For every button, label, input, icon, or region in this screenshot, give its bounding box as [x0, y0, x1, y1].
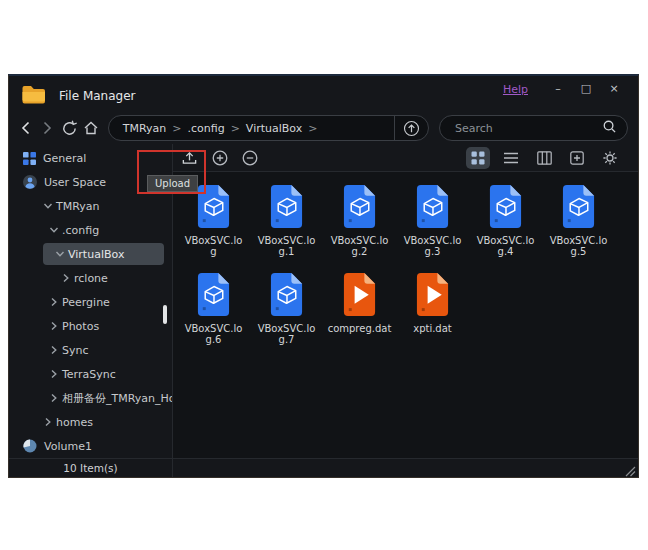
column-view-button[interactable] [532, 147, 556, 169]
grid-view-button[interactable] [466, 147, 490, 169]
file-name: VBoxSVC.log.5 [550, 235, 608, 257]
sidebar-item-label: User Space [44, 176, 106, 189]
sidebar-item-homes[interactable]: homes [9, 410, 172, 434]
sidebar-item-label: TMRyan [56, 200, 99, 213]
file-tile-vboxsvc-log-4[interactable]: VBoxSVC.log.4 [469, 182, 542, 270]
breadcrumb[interactable]: TMRyan>.config>VirtualBox> [108, 115, 429, 141]
main-panel: VBoxSVC.logVBoxSVC.log.1VBoxSVC.log.2VBo… [172, 144, 638, 459]
sidebar-item-tmryan[interactable]: TMRyan [9, 194, 172, 218]
sidebar-item-tmryan-ho[interactable]: 相册备份_TMRyan_Ho [9, 386, 172, 410]
go-up-button[interactable] [394, 116, 428, 140]
home-button[interactable] [80, 115, 102, 141]
file-name: VBoxSVC.log.1 [258, 235, 316, 257]
sidebar-item-rclone[interactable]: rclone [9, 266, 172, 290]
breadcrumb-item-config[interactable]: .config [187, 122, 224, 135]
file-name: VBoxSVC.log [185, 235, 243, 257]
upload-tooltip: Upload [147, 175, 198, 192]
disk-icon [23, 439, 37, 453]
file-tile-vboxsvc-log-6[interactable]: VBoxSVC.log.6 [177, 270, 250, 358]
file-tile-vboxsvc-log-2[interactable]: VBoxSVC.log.2 [323, 182, 396, 270]
file-tile-vboxsvc-log-7[interactable]: VBoxSVC.log.7 [250, 270, 323, 358]
sidebar-item-peergine[interactable]: Peergine [9, 290, 172, 314]
sidebar-item-terrasync[interactable]: TerraSync [9, 362, 172, 386]
dat-file-icon [414, 273, 451, 319]
window-body: GeneralUser SpaceTMRyan.configVirtualBox… [9, 144, 638, 459]
sidebar-item-label: Photos [62, 320, 99, 333]
chevron-down-icon[interactable] [43, 201, 56, 211]
sidebar-scrollbar-thumb[interactable] [163, 305, 167, 324]
folder-icon [21, 84, 46, 108]
chevron-right-icon[interactable] [61, 273, 74, 283]
log-file-icon [414, 185, 451, 231]
toolbar [173, 144, 638, 172]
refresh-button[interactable] [58, 115, 80, 141]
chevron-right-icon[interactable] [49, 321, 62, 331]
file-name: VBoxSVC.log.6 [185, 323, 243, 345]
file-tile-vboxsvc-log-3[interactable]: VBoxSVC.log.3 [396, 182, 469, 270]
resize-handle[interactable] [623, 462, 636, 475]
sidebar-item-label: General [43, 152, 86, 165]
sidebar-item-general[interactable]: General [9, 146, 172, 170]
sidebar-item-config[interactable]: .config [9, 218, 172, 242]
help-link[interactable]: Help [503, 83, 528, 96]
title-bar: File Manager Help – □ × [9, 76, 638, 112]
search-box [439, 115, 628, 141]
back-button[interactable] [15, 115, 37, 141]
log-file-icon [341, 185, 378, 231]
chevron-right-icon[interactable] [49, 369, 62, 379]
sidebar-item-label: TerraSync [62, 368, 116, 381]
maximize-button[interactable]: □ [572, 81, 600, 97]
file-name: VBoxSVC.log.3 [404, 235, 462, 257]
chevron-right-icon[interactable] [43, 417, 56, 427]
sidebar-item-label: Sync [62, 344, 89, 357]
sidebar-item-label: .config [62, 224, 99, 237]
log-file-icon [268, 273, 305, 319]
breadcrumb-item-tmryan[interactable]: TMRyan [123, 122, 166, 135]
log-file-icon [195, 185, 232, 231]
sidebar-item-label: rclone [74, 272, 108, 285]
log-file-icon [268, 185, 305, 231]
sidebar-item-label: VirtualBox [68, 248, 124, 261]
file-name: compreg.dat [328, 323, 392, 334]
item-count: 10 Item(s) [9, 459, 173, 477]
sidebar-item-label: homes [56, 416, 93, 429]
breadcrumb-separator: > [172, 122, 181, 135]
close-button[interactable]: × [600, 81, 628, 97]
file-tile-vboxsvc-log[interactable]: VBoxSVC.log [177, 182, 250, 270]
file-name: VBoxSVC.log.7 [258, 323, 316, 345]
zoom-out-button[interactable] [237, 147, 262, 169]
sidebar-item-photos[interactable]: Photos [9, 314, 172, 338]
chevron-down-icon[interactable] [55, 249, 68, 259]
upload-button[interactable] [177, 147, 202, 169]
file-tile-vboxsvc-log-1[interactable]: VBoxSVC.log.1 [250, 182, 323, 270]
apps-icon [23, 152, 36, 165]
search-icon[interactable] [602, 119, 617, 138]
settings-gear-icon[interactable] [598, 147, 622, 169]
chevron-right-icon[interactable] [49, 297, 62, 307]
sidebar-item-label: 相册备份_TMRyan_Ho [62, 391, 172, 406]
status-bar: 10 Item(s) [9, 458, 638, 477]
dat-file-icon [341, 273, 378, 319]
breadcrumb-separator: > [231, 122, 240, 135]
forward-button[interactable] [37, 115, 59, 141]
file-name: VBoxSVC.log.2 [331, 235, 389, 257]
log-file-icon [487, 185, 524, 231]
minimize-button[interactable]: – [544, 81, 572, 97]
search-input[interactable] [453, 121, 602, 136]
sidebar-item-sync[interactable]: Sync [9, 338, 172, 362]
zoom-in-button[interactable] [207, 147, 232, 169]
file-tile-compreg-dat[interactable]: compreg.dat [323, 270, 396, 358]
chevron-right-icon[interactable] [49, 393, 62, 403]
chevron-down-icon[interactable] [49, 225, 62, 235]
sidebar-item-volume1[interactable]: Volume1 [9, 434, 172, 458]
sidebar-item-label: Peergine [62, 296, 110, 309]
user-icon [23, 175, 37, 189]
file-tile-vboxsvc-log-5[interactable]: VBoxSVC.log.5 [542, 182, 615, 270]
file-grid: VBoxSVC.logVBoxSVC.log.1VBoxSVC.log.2VBo… [173, 172, 638, 459]
file-tile-xpti-dat[interactable]: xpti.dat [396, 270, 469, 358]
list-view-button[interactable] [499, 147, 523, 169]
add-view-button[interactable] [565, 147, 589, 169]
sidebar-item-virtualbox[interactable]: VirtualBox [9, 242, 172, 266]
chevron-right-icon[interactable] [49, 345, 62, 355]
breadcrumb-item-virtualbox[interactable]: VirtualBox [246, 122, 302, 135]
